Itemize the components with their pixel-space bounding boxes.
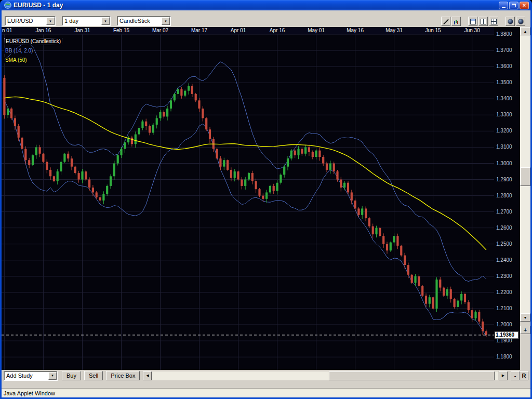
status-bar-text: Java Applet Window — [4, 390, 55, 396]
period-select[interactable]: 1 day ▼ — [62, 16, 111, 26]
price-tick-label: 1.2900 — [496, 177, 512, 182]
price-tick-label: 1.3500 — [496, 79, 512, 85]
date-tick-label: Mar 17 — [191, 28, 207, 33]
close-button[interactable]: × — [520, 2, 529, 9]
price-axis[interactable]: 1.38001.37001.36001.35001.34001.33001.32… — [494, 27, 520, 370]
maximize-button[interactable] — [509, 2, 518, 9]
trendline-tool-icon — [443, 19, 449, 24]
reset-button[interactable]: R — [520, 371, 528, 380]
period-select-value: 1 day — [63, 17, 101, 25]
close-icon: × — [523, 3, 526, 8]
layout-single-icon — [470, 19, 476, 24]
chart-plot[interactable]: EUR/USD (Candlestick) BB (14, 2.0) SMA (… — [2, 34, 494, 370]
current-price-label: 1.19360 — [495, 331, 518, 339]
price-tick-label: 1.2200 — [496, 289, 512, 295]
globe-icon — [4, 2, 11, 9]
price-tick-label: 1.3300 — [496, 112, 512, 117]
indicator-light-2-button[interactable] — [516, 17, 525, 26]
toolbar-icon-group — [440, 17, 525, 26]
price-tick-label: 1.3800 — [496, 31, 512, 37]
add-study-select-value: Add Study — [5, 372, 48, 380]
price-tick-label: 1.3400 — [496, 96, 512, 101]
scroll-down-button[interactable]: ▼ — [520, 313, 530, 322]
date-tick-label: May 16 — [347, 28, 364, 33]
price-tick-label: 1.2300 — [496, 273, 512, 279]
chart-plot-column: n 01Jan 16Jan 31Feb 15Mar 02Mar 17Apr 01… — [2, 27, 494, 370]
symbol-select[interactable]: EUR/USD ▼ — [5, 16, 56, 26]
chart-type-select-value: CandleStick — [118, 17, 162, 25]
price-tick-label: 1.2800 — [496, 193, 512, 198]
maximize-icon — [512, 4, 516, 7]
price-box-button[interactable]: Price Box — [106, 371, 140, 380]
right-arrow-icon: ▶ — [502, 374, 504, 378]
chevron-down-icon[interactable]: ▼ — [101, 17, 110, 25]
trendline-tool-button[interactable] — [441, 17, 450, 26]
horizontal-scrollbar-thumb[interactable] — [329, 371, 495, 380]
bottom-filler — [2, 381, 530, 389]
chevron-down-icon[interactable]: ▼ — [162, 17, 170, 25]
date-tick-label: Feb 15 — [113, 28, 129, 33]
layout-single-button[interactable] — [468, 17, 477, 26]
minimize-button[interactable] — [499, 2, 508, 9]
legend-bollinger: BB (14, 2.0) — [4, 48, 34, 54]
chevron-down-icon[interactable]: ▼ — [46, 17, 55, 25]
price-tick-label: 1.2100 — [496, 305, 512, 311]
up-arrow-icon: ▲ — [524, 30, 527, 33]
indicator-light-1-button[interactable] — [506, 17, 515, 26]
date-tick-label: May 31 — [385, 28, 403, 33]
date-tick-label: Jan 16 — [35, 28, 51, 33]
price-tick-label: 1.3100 — [496, 144, 512, 150]
chart-area: n 01Jan 16Jan 31Feb 15Mar 02Mar 17Apr 01… — [2, 27, 530, 370]
down-arrow-icon: ▼ — [524, 316, 527, 320]
date-tick-label: n 01 — [2, 28, 12, 33]
horizontal-scrollbar[interactable] — [152, 371, 498, 380]
titlebar[interactable]: EUR/USD - 1 day × — [2, 0, 530, 10]
layout-split-icon — [481, 19, 486, 24]
price-tick-label: 1.2600 — [496, 225, 512, 231]
price-tick-label: 1.3600 — [496, 63, 512, 69]
bottom-toolbar: Add Study ▼ Buy Sell Price Box ◀ ▶ - R — [2, 370, 530, 381]
chart-studies-button[interactable] — [451, 17, 461, 26]
scroll-right-button[interactable]: ▶ — [499, 371, 508, 380]
window-title: EUR/USD - 1 day — [14, 2, 499, 9]
indicator-light-2-icon — [518, 19, 524, 24]
status-bar: Java Applet Window — [2, 389, 530, 397]
zoom-in-button[interactable]: + — [520, 326, 530, 334]
add-study-select[interactable]: Add Study ▼ — [4, 371, 58, 381]
date-axis[interactable]: n 01Jan 16Jan 31Feb 15Mar 02Mar 17Apr 01… — [2, 27, 494, 34]
layout-split-button[interactable] — [478, 17, 488, 26]
vertical-scrollbar-thumb[interactable] — [520, 167, 530, 186]
chart-studies-icon — [454, 19, 459, 24]
date-tick-label: Jun 30 — [464, 28, 480, 33]
price-tick-label: 1.3700 — [496, 47, 512, 53]
scroll-up-button[interactable]: ▲ — [520, 27, 530, 35]
date-tick-label: Jun 15 — [425, 28, 441, 33]
minimize-icon — [502, 7, 506, 8]
layout-grid-icon — [491, 19, 497, 24]
date-tick-label: Apr 16 — [270, 28, 285, 33]
price-tick-label: 1.3200 — [496, 128, 512, 134]
buy-button[interactable]: Buy — [62, 371, 81, 380]
scroll-left-button[interactable]: ◀ — [143, 371, 152, 380]
chart-type-select[interactable]: CandleStick ▼ — [117, 16, 171, 26]
price-tick-label: 1.2500 — [496, 241, 512, 247]
chart-legend: EUR/USD (Candlestick) BB (14, 2.0) SMA (… — [4, 36, 62, 64]
price-tick-label: 1.3000 — [496, 161, 512, 166]
chevron-down-icon[interactable]: ▼ — [48, 372, 57, 380]
price-tick-label: 1.2400 — [496, 257, 512, 263]
vertical-scrollbar-track[interactable] — [520, 35, 530, 313]
layout-grid-button[interactable] — [489, 17, 498, 26]
price-tick-label: 1.1800 — [496, 354, 512, 360]
zoom-out-button[interactable]: - — [511, 371, 520, 380]
date-tick-label: Apr 01 — [231, 28, 246, 33]
date-tick-label: Mar 02 — [152, 28, 168, 33]
legend-sma: SMA (50) — [4, 57, 28, 63]
price-tick-label: 1.2700 — [496, 209, 512, 215]
indicator-light-1-icon — [508, 19, 513, 24]
date-tick-label: Jan 31 — [74, 28, 90, 33]
chart-canvas[interactable] — [2, 34, 494, 370]
legend-symbol: EUR/USD (Candlestick) — [4, 38, 62, 45]
price-tick-label: 1.2000 — [496, 322, 512, 327]
vertical-scrollbar[interactable]: ▲ ▼ + — [520, 27, 530, 370]
sell-button[interactable]: Sell — [84, 371, 103, 380]
